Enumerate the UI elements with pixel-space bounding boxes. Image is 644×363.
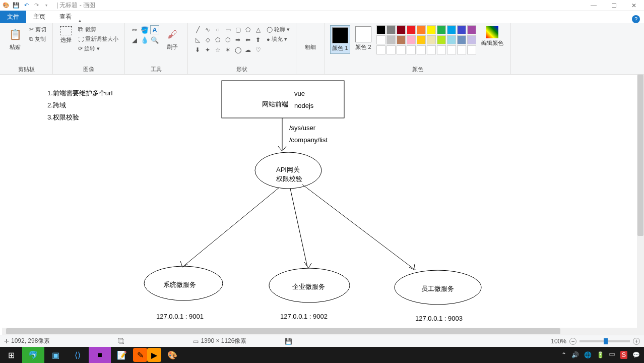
shape-polygon[interactable]: ⬠ bbox=[243, 25, 252, 34]
color-swatch[interactable] bbox=[407, 45, 416, 54]
color-swatch[interactable] bbox=[417, 45, 426, 54]
tray-volume-icon[interactable]: 🔊 bbox=[571, 351, 579, 358]
color-swatch[interactable] bbox=[387, 25, 396, 34]
taskbar-paint[interactable]: 🎨 bbox=[161, 347, 183, 363]
color-swatch[interactable] bbox=[467, 25, 476, 34]
save-icon[interactable]: 💾 bbox=[12, 2, 20, 10]
resize-button[interactable]: ⛶重新调整大小 bbox=[77, 35, 119, 43]
help-icon[interactable]: ? bbox=[632, 15, 640, 23]
color-swatch[interactable] bbox=[457, 35, 466, 44]
taskbar-app-6[interactable]: ✎ bbox=[133, 348, 147, 362]
color-swatch[interactable] bbox=[397, 25, 406, 34]
tray-notifications-icon[interactable]: 💬 bbox=[632, 351, 640, 358]
tab-home[interactable]: 主页 bbox=[26, 11, 52, 23]
shape-5star[interactable]: ☆ bbox=[213, 45, 222, 54]
shape-heart[interactable]: ♡ bbox=[253, 45, 263, 54]
color-swatch[interactable] bbox=[457, 45, 466, 54]
zoom-slider[interactable] bbox=[579, 340, 630, 342]
color-swatch[interactable] bbox=[457, 25, 466, 34]
cut-button[interactable]: ✂剪切 bbox=[28, 25, 47, 34]
shape-oval[interactable]: ○ bbox=[213, 25, 222, 34]
shape-larrow[interactable]: ⬅ bbox=[243, 35, 252, 44]
hscroll-thumb[interactable] bbox=[6, 328, 560, 334]
shape-diamond[interactable]: ◇ bbox=[203, 35, 212, 44]
vscroll-thumb[interactable] bbox=[637, 75, 643, 236]
fill-tool[interactable]: 🪣 bbox=[140, 25, 149, 34]
color-swatch[interactable] bbox=[437, 45, 446, 54]
tray-input-icon[interactable]: S bbox=[620, 351, 627, 359]
color-swatch[interactable] bbox=[376, 45, 385, 54]
color-swatch[interactable] bbox=[427, 35, 436, 44]
shapes-gallery[interactable]: ╱ ∿ ○ ▭ ▢ ⬠ △ ◺ ◇ ⬠ ⬡ ➡ ⬅ ⬆ ⬇ ✦ ☆ ✶ ◯ ☁ bbox=[193, 25, 263, 54]
shape-fill-button[interactable]: ●填充 ▾ bbox=[266, 35, 291, 43]
undo-icon[interactable]: ↶ bbox=[22, 2, 30, 10]
select-button[interactable]: 选择 bbox=[58, 25, 74, 45]
color1-button[interactable]: 颜色 1 bbox=[330, 25, 350, 54]
vertical-scrollbar[interactable] bbox=[637, 75, 644, 335]
color-swatch[interactable] bbox=[427, 25, 436, 34]
zoom-out-button[interactable]: − bbox=[569, 338, 576, 345]
color-swatch[interactable] bbox=[417, 35, 426, 44]
shape-rarrow[interactable]: ➡ bbox=[233, 35, 242, 44]
paste-button[interactable]: 📋 粘贴 bbox=[5, 25, 25, 52]
shape-curve[interactable]: ∿ bbox=[203, 25, 212, 34]
shape-pentagon[interactable]: ⬠ bbox=[213, 35, 222, 44]
color-swatch[interactable] bbox=[437, 25, 446, 34]
taskbar-app-4[interactable]: ■ bbox=[89, 347, 111, 363]
tray-battery-icon[interactable]: 🔋 bbox=[597, 351, 604, 358]
shape-triangle[interactable]: △ bbox=[253, 25, 263, 34]
tray-ime[interactable]: 中 bbox=[609, 351, 615, 359]
color-swatch[interactable] bbox=[376, 25, 385, 34]
color-swatch[interactable] bbox=[397, 35, 406, 44]
shape-line[interactable]: ╱ bbox=[193, 25, 202, 34]
horizontal-scrollbar[interactable] bbox=[2, 328, 637, 335]
brush-button[interactable]: 🖌 刷子 bbox=[162, 25, 182, 52]
zoom-tool[interactable]: 🔍 bbox=[150, 35, 159, 44]
color-swatch[interactable] bbox=[417, 25, 426, 34]
crop-button[interactable]: ⿻裁剪 bbox=[77, 25, 119, 34]
shape-callout[interactable]: ◯ bbox=[233, 45, 242, 54]
color-swatch[interactable] bbox=[467, 45, 476, 54]
text-tool[interactable]: A bbox=[150, 25, 159, 34]
eraser-tool[interactable]: ◢ bbox=[130, 35, 139, 44]
shape-rtriangle[interactable]: ◺ bbox=[193, 35, 202, 44]
shape-4star[interactable]: ✦ bbox=[203, 45, 212, 54]
edit-colors-button[interactable]: 编辑颜色 bbox=[479, 25, 505, 48]
color-swatch[interactable] bbox=[447, 25, 456, 34]
color-swatch[interactable] bbox=[437, 35, 446, 44]
close-button[interactable]: ✕ bbox=[624, 0, 644, 11]
start-button[interactable]: ⊞ bbox=[0, 347, 22, 363]
color-swatch[interactable] bbox=[387, 45, 396, 54]
shape-hexagon[interactable]: ⬡ bbox=[223, 35, 232, 44]
color-swatch[interactable] bbox=[387, 35, 396, 44]
color-swatch[interactable] bbox=[447, 35, 456, 44]
tray-network-icon[interactable]: 🌐 bbox=[584, 351, 592, 358]
color-swatch[interactable] bbox=[407, 35, 416, 44]
maximize-button[interactable]: ☐ bbox=[604, 0, 624, 11]
taskbar-app-2[interactable]: ▣ bbox=[44, 347, 67, 363]
qat-dropdown-icon[interactable]: ▾ bbox=[42, 2, 50, 10]
shape-cloud[interactable]: ☁ bbox=[243, 45, 252, 54]
color2-button[interactable]: 颜色 2 bbox=[353, 25, 373, 52]
taskbar-app-5[interactable]: 📝 bbox=[111, 347, 133, 363]
canvas-area[interactable]: 1.前端需要维护多个url 2.跨域 3.权限校验 网站前端 vue nodej… bbox=[0, 75, 644, 335]
tab-file[interactable]: 文件 bbox=[0, 11, 26, 23]
pencil-tool[interactable]: ✏ bbox=[130, 25, 139, 34]
copy-button[interactable]: ⧉复制 bbox=[28, 35, 47, 43]
minimize-button[interactable]: — bbox=[584, 0, 604, 11]
taskbar-app-1[interactable]: 🐬 bbox=[22, 347, 44, 363]
color-swatch[interactable] bbox=[447, 45, 456, 54]
shape-darrow[interactable]: ⬇ bbox=[193, 45, 202, 54]
taskbar-app-3[interactable]: ⟨⟩ bbox=[67, 347, 89, 363]
zoom-in-button[interactable]: + bbox=[633, 338, 640, 345]
tray-up-icon[interactable]: ⌃ bbox=[561, 351, 566, 358]
taskbar-app-7[interactable]: ▶ bbox=[147, 348, 161, 362]
color-swatch[interactable] bbox=[397, 45, 406, 54]
color-swatch[interactable] bbox=[407, 25, 416, 34]
color-swatch[interactable] bbox=[467, 35, 476, 44]
color-swatch[interactable] bbox=[376, 35, 385, 44]
shape-uarrow[interactable]: ⬆ bbox=[253, 35, 263, 44]
color-swatch[interactable] bbox=[427, 45, 436, 54]
shape-6star[interactable]: ✶ bbox=[223, 45, 232, 54]
redo-icon[interactable]: ↷ bbox=[32, 2, 40, 10]
